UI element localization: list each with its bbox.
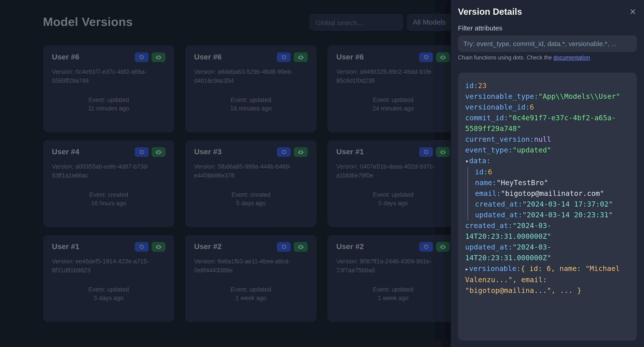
- json-viewer: id:23versionable_type:"App\\Models\\User…: [458, 72, 637, 341]
- expand-toggle-icon[interactable]: ▾: [465, 158, 469, 164]
- filter-helper-text: Chain functions using dots. Check the do…: [458, 54, 637, 61]
- token-null: null: [534, 135, 551, 144]
- token-num: 23: [478, 82, 487, 90]
- json-line: versionable_type:"App\\Models\\User": [465, 91, 630, 102]
- token-key: current_version:: [465, 135, 534, 144]
- token-key: id:: [465, 82, 478, 90]
- json-line: updated_at:"2024-03-14 20:23:31": [467, 210, 630, 220]
- app-root: Model Versions All Models User #6: [0, 0, 644, 347]
- token-strw: "HeyTestBro": [496, 178, 548, 187]
- drawer-title: Version Details: [458, 6, 522, 17]
- close-icon[interactable]: ×: [629, 6, 637, 17]
- json-line: email:"bigotop@mailinator.com": [467, 188, 630, 199]
- json-line: updated_at:"2024-03-14T20:23:31.000000Z": [465, 242, 630, 264]
- version-details-drawer: Version Details × Filter attributes Chai…: [451, 0, 644, 347]
- token-key: updated_at:: [475, 210, 522, 219]
- token-key: email:: [475, 189, 501, 198]
- json-line: commit_id:"0c4e91f7-e37c-4bf2-a65a-5589f…: [465, 113, 630, 134]
- token-num: 6: [530, 103, 534, 111]
- token-strw: "bigotop@mailinator.com": [501, 189, 604, 198]
- filter-attributes-input[interactable]: [458, 35, 637, 52]
- token-key: name:: [475, 178, 496, 187]
- token-key: updated_at:: [465, 243, 512, 251]
- json-line: id:23: [465, 80, 630, 91]
- helper-prefix: Chain functions using dots. Check the: [458, 54, 554, 61]
- documentation-link[interactable]: documentation: [554, 54, 590, 61]
- json-line: versionable_id:6: [465, 102, 630, 113]
- token-key: id:: [475, 168, 488, 176]
- drawer-header: Version Details ×: [458, 6, 637, 17]
- token-key: versionable:: [469, 264, 521, 273]
- json-line-expandable[interactable]: ▾data:: [465, 156, 630, 167]
- token-key: data:: [469, 156, 490, 165]
- token-key: event_type:: [465, 146, 512, 154]
- token-key: created_at:: [465, 221, 512, 230]
- token-key: versionable_type:: [465, 92, 538, 100]
- json-line: current_version:null: [465, 134, 630, 145]
- token-strt: "2024-03-14 20:23:31": [522, 210, 613, 219]
- token-str: "App\\Models\\User": [538, 92, 620, 100]
- token-key: versionable_id:: [465, 103, 530, 111]
- token-num: 6: [488, 168, 492, 176]
- expand-toggle-icon[interactable]: ▸: [465, 266, 469, 272]
- filter-attributes-label: Filter attributes: [458, 24, 637, 32]
- token-key: created_at:: [475, 200, 522, 208]
- json-line: event_type:"updated": [465, 145, 630, 156]
- json-line: name:"HeyTestBro": [467, 178, 630, 188]
- token-str: "updated": [512, 146, 551, 154]
- token-strt: "2024-03-14 17:37:02": [522, 200, 613, 208]
- token-key: commit_id:: [465, 114, 508, 122]
- json-line: created_at:"2024-03-14 17:37:02": [467, 199, 630, 210]
- json-line: id:6: [467, 167, 630, 178]
- json-line-expandable[interactable]: ▸versionable:{ id: 6, name: "Michael Val…: [465, 264, 630, 296]
- json-line: created_at:"2024-03-14T20:23:31.000000Z": [465, 220, 630, 242]
